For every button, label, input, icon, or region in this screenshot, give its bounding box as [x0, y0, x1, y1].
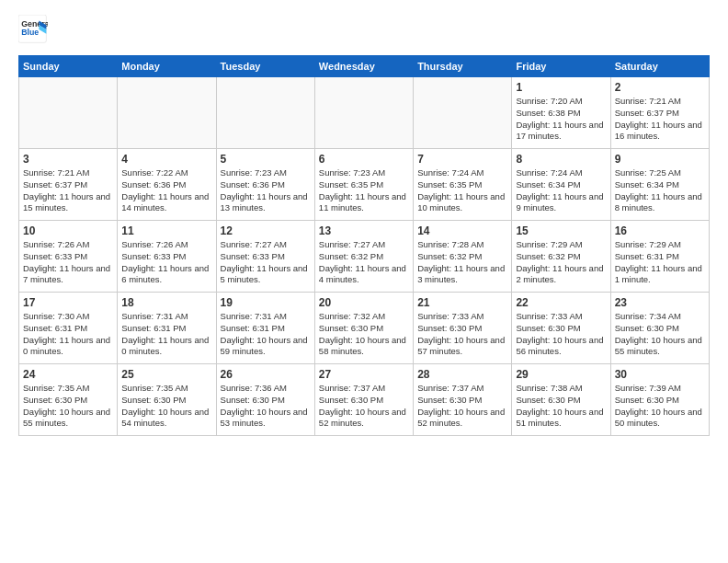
day-number: 7 — [417, 153, 507, 166]
day-info: Sunrise: 7:27 AMSunset: 6:32 PMDaylight:… — [319, 239, 409, 286]
day-info: Sunrise: 7:26 AMSunset: 6:33 PMDaylight:… — [121, 239, 211, 286]
day-number: 15 — [516, 224, 606, 237]
day-number: 10 — [23, 224, 113, 237]
calendar-cell: 17Sunrise: 7:30 AMSunset: 6:31 PMDayligh… — [19, 293, 118, 364]
day-info: Sunrise: 7:27 AMSunset: 6:33 PMDaylight:… — [221, 239, 311, 286]
day-number: 21 — [417, 296, 507, 309]
calendar-cell: 12Sunrise: 7:27 AMSunset: 6:33 PMDayligh… — [216, 221, 314, 293]
day-number: 29 — [516, 368, 606, 381]
day-number: 25 — [121, 368, 211, 381]
day-number: 2 — [615, 81, 705, 94]
calendar-header-row: SundayMondayTuesdayWednesdayThursdayFrid… — [19, 56, 710, 77]
day-number: 23 — [615, 296, 705, 309]
calendar-cell: 22Sunrise: 7:33 AMSunset: 6:30 PMDayligh… — [512, 293, 610, 364]
calendar-cell: 18Sunrise: 7:31 AMSunset: 6:31 PMDayligh… — [118, 293, 216, 364]
calendar-week-row: 1Sunrise: 7:20 AMSunset: 6:38 PMDaylight… — [19, 77, 710, 149]
day-info: Sunrise: 7:28 AMSunset: 6:32 PMDaylight:… — [417, 239, 507, 286]
calendar-cell: 25Sunrise: 7:35 AMSunset: 6:30 PMDayligh… — [118, 364, 216, 436]
calendar-header-cell: Monday — [118, 56, 216, 77]
calendar-week-row: 3Sunrise: 7:21 AMSunset: 6:37 PMDaylight… — [19, 149, 710, 221]
calendar-header-cell: Thursday — [414, 56, 512, 77]
day-info: Sunrise: 7:23 AMSunset: 6:35 PMDaylight:… — [319, 167, 409, 214]
day-info: Sunrise: 7:26 AMSunset: 6:33 PMDaylight:… — [23, 239, 113, 286]
day-number: 12 — [221, 224, 311, 237]
day-info: Sunrise: 7:37 AMSunset: 6:30 PMDaylight:… — [417, 383, 507, 430]
calendar-cell — [314, 77, 413, 149]
calendar-cell: 13Sunrise: 7:27 AMSunset: 6:32 PMDayligh… — [314, 221, 413, 293]
day-number: 1 — [516, 81, 606, 94]
day-number: 22 — [516, 296, 606, 309]
day-number: 24 — [23, 368, 113, 381]
calendar-cell: 2Sunrise: 7:21 AMSunset: 6:37 PMDaylight… — [610, 77, 709, 149]
calendar-cell: 6Sunrise: 7:23 AMSunset: 6:35 PMDaylight… — [314, 149, 413, 221]
page: General Blue SundayMondayTuesdayWednesda… — [0, 0, 728, 445]
calendar-cell: 30Sunrise: 7:39 AMSunset: 6:30 PMDayligh… — [610, 364, 709, 436]
calendar-cell: 15Sunrise: 7:29 AMSunset: 6:32 PMDayligh… — [512, 221, 610, 293]
day-info: Sunrise: 7:35 AMSunset: 6:30 PMDaylight:… — [23, 383, 113, 430]
calendar-cell: 5Sunrise: 7:23 AMSunset: 6:36 PMDaylight… — [216, 149, 314, 221]
day-info: Sunrise: 7:36 AMSunset: 6:30 PMDaylight:… — [221, 383, 311, 430]
day-number: 13 — [319, 224, 409, 237]
day-info: Sunrise: 7:32 AMSunset: 6:30 PMDaylight:… — [319, 311, 409, 358]
day-number: 28 — [417, 368, 507, 381]
day-number: 20 — [319, 296, 409, 309]
calendar-cell — [414, 77, 512, 149]
calendar-cell: 11Sunrise: 7:26 AMSunset: 6:33 PMDayligh… — [118, 221, 216, 293]
calendar-cell: 4Sunrise: 7:22 AMSunset: 6:36 PMDaylight… — [118, 149, 216, 221]
day-info: Sunrise: 7:21 AMSunset: 6:37 PMDaylight:… — [23, 167, 113, 214]
day-info: Sunrise: 7:22 AMSunset: 6:36 PMDaylight:… — [121, 167, 211, 214]
day-number: 4 — [121, 153, 211, 166]
calendar-cell: 7Sunrise: 7:24 AMSunset: 6:35 PMDaylight… — [414, 149, 512, 221]
calendar-cell: 24Sunrise: 7:35 AMSunset: 6:30 PMDayligh… — [19, 364, 118, 436]
calendar-cell: 1Sunrise: 7:20 AMSunset: 6:38 PMDaylight… — [512, 77, 610, 149]
day-info: Sunrise: 7:20 AMSunset: 6:38 PMDaylight:… — [516, 96, 606, 143]
calendar-cell — [19, 77, 118, 149]
day-info: Sunrise: 7:23 AMSunset: 6:36 PMDaylight:… — [221, 167, 311, 214]
day-info: Sunrise: 7:35 AMSunset: 6:30 PMDaylight:… — [121, 383, 211, 430]
calendar-cell: 9Sunrise: 7:25 AMSunset: 6:34 PMDaylight… — [610, 149, 709, 221]
day-number: 19 — [221, 296, 311, 309]
calendar-cell: 19Sunrise: 7:31 AMSunset: 6:31 PMDayligh… — [216, 293, 314, 364]
day-info: Sunrise: 7:30 AMSunset: 6:31 PMDaylight:… — [23, 311, 113, 358]
calendar-week-row: 10Sunrise: 7:26 AMSunset: 6:33 PMDayligh… — [19, 221, 710, 293]
day-info: Sunrise: 7:24 AMSunset: 6:34 PMDaylight:… — [516, 167, 606, 214]
calendar-cell — [118, 77, 216, 149]
calendar-cell: 16Sunrise: 7:29 AMSunset: 6:31 PMDayligh… — [610, 221, 709, 293]
day-number: 6 — [319, 153, 409, 166]
calendar-cell: 20Sunrise: 7:32 AMSunset: 6:30 PMDayligh… — [314, 293, 413, 364]
calendar-cell: 28Sunrise: 7:37 AMSunset: 6:30 PMDayligh… — [414, 364, 512, 436]
day-info: Sunrise: 7:37 AMSunset: 6:30 PMDaylight:… — [319, 383, 409, 430]
day-info: Sunrise: 7:31 AMSunset: 6:31 PMDaylight:… — [121, 311, 211, 358]
svg-text:Blue: Blue — [21, 28, 39, 37]
calendar-week-row: 24Sunrise: 7:35 AMSunset: 6:30 PMDayligh… — [19, 364, 710, 436]
day-info: Sunrise: 7:29 AMSunset: 6:32 PMDaylight:… — [516, 239, 606, 286]
calendar-header-cell: Friday — [512, 56, 610, 77]
day-number: 14 — [417, 224, 507, 237]
day-number: 18 — [121, 296, 211, 309]
calendar-header-cell: Tuesday — [216, 56, 314, 77]
day-info: Sunrise: 7:34 AMSunset: 6:30 PMDaylight:… — [615, 311, 705, 358]
day-number: 26 — [221, 368, 311, 381]
calendar-cell: 8Sunrise: 7:24 AMSunset: 6:34 PMDaylight… — [512, 149, 610, 221]
day-info: Sunrise: 7:39 AMSunset: 6:30 PMDaylight:… — [615, 383, 705, 430]
calendar-table: SundayMondayTuesdayWednesdayThursdayFrid… — [18, 55, 710, 436]
day-info: Sunrise: 7:33 AMSunset: 6:30 PMDaylight:… — [516, 311, 606, 358]
day-number: 11 — [121, 224, 211, 237]
calendar-header-cell: Wednesday — [314, 56, 413, 77]
day-info: Sunrise: 7:24 AMSunset: 6:35 PMDaylight:… — [417, 167, 507, 214]
calendar-week-row: 17Sunrise: 7:30 AMSunset: 6:31 PMDayligh… — [19, 293, 710, 364]
day-info: Sunrise: 7:25 AMSunset: 6:34 PMDaylight:… — [615, 167, 705, 214]
day-info: Sunrise: 7:38 AMSunset: 6:30 PMDaylight:… — [516, 383, 606, 430]
day-number: 9 — [615, 153, 705, 166]
calendar-header-cell: Sunday — [19, 56, 118, 77]
calendar-cell: 29Sunrise: 7:38 AMSunset: 6:30 PMDayligh… — [512, 364, 610, 436]
calendar-cell: 21Sunrise: 7:33 AMSunset: 6:30 PMDayligh… — [414, 293, 512, 364]
day-number: 17 — [23, 296, 113, 309]
day-info: Sunrise: 7:21 AMSunset: 6:37 PMDaylight:… — [615, 96, 705, 143]
day-number: 16 — [615, 224, 705, 237]
calendar-cell: 10Sunrise: 7:26 AMSunset: 6:33 PMDayligh… — [19, 221, 118, 293]
day-number: 8 — [516, 153, 606, 166]
logo: General Blue — [18, 15, 48, 44]
day-number: 27 — [319, 368, 409, 381]
calendar-cell — [216, 77, 314, 149]
